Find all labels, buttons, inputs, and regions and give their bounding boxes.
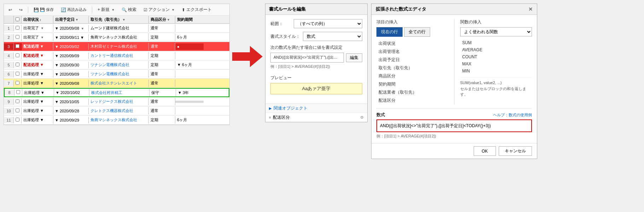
cell-status: 配送処理 ▼ xyxy=(22,52,53,59)
cell-check[interactable] xyxy=(14,117,22,124)
func-item-sum[interactable]: SUM xyxy=(460,39,532,46)
date-dropdown-icon[interactable]: ▼ xyxy=(81,27,84,30)
cell-check[interactable] xyxy=(14,98,22,105)
header-date[interactable]: 出荷予定日▼ xyxy=(53,16,89,23)
edit-button[interactable]: 編集 xyxy=(346,53,362,62)
field-item[interactable]: 取引先（取引先） xyxy=(376,64,449,72)
cell-status: 出庫処理 ▼ xyxy=(22,107,53,114)
cell-contract: 6ヶ月 xyxy=(175,116,204,124)
cell-num: 1 xyxy=(4,25,14,31)
field-item[interactable]: 配送区分 xyxy=(376,96,449,105)
new-button[interactable]: + 新規 ▼ xyxy=(96,6,116,13)
client-link[interactable]: レッドジークス株式会社 xyxy=(90,99,133,104)
header-status[interactable]: 出荷状況↕ xyxy=(22,16,53,23)
formula-input[interactable] xyxy=(376,119,532,132)
cell-client: カントリー通信株式会社 xyxy=(89,52,149,59)
header-check[interactable] xyxy=(14,16,22,23)
func-item-min[interactable]: MIN xyxy=(460,67,532,75)
row-dropdown-icon[interactable]: ▼ xyxy=(40,108,44,113)
sort-icon-status: ↕ xyxy=(40,18,41,22)
cell-contract: ▼ 6ヶ月 xyxy=(175,61,204,69)
client-link[interactable]: 株式会社村井精工 xyxy=(91,90,122,95)
cell-date: ▼ 2020/09/08 xyxy=(53,80,89,87)
header-cat[interactable]: 商品区分▼ xyxy=(149,16,175,23)
func-item-average[interactable]: AVERAGE xyxy=(460,46,532,53)
field-item[interactable]: 配送業者（取引先） xyxy=(376,88,449,96)
table-row: 6 出庫処理 ▼ ▼ 2020/09/09 ツナシン電機株式会社 通常 xyxy=(4,70,229,79)
table-row: 9 出庫処理 ▼ ▼ 2020/10/05 レッドジークス株式会社 通常 xyxy=(4,97,229,106)
delivery-field-label: 配送区分 xyxy=(273,114,290,120)
cell-num: 4 xyxy=(4,53,14,59)
row-dropdown-icon[interactable]: ▼ xyxy=(41,90,45,95)
tab-all-rows[interactable]: 全ての行 xyxy=(404,27,430,37)
field-item[interactable]: 出荷管理名 xyxy=(376,48,449,56)
field-icon: ≡ xyxy=(269,116,271,119)
func-item-count[interactable]: COUNT xyxy=(460,53,532,60)
cell-check[interactable] xyxy=(14,89,22,96)
client-link[interactable]: カントリー通信株式会社 xyxy=(90,53,133,58)
field-item[interactable]: 商品区分 xyxy=(376,72,449,80)
cell-check[interactable] xyxy=(14,107,22,114)
tab-current-row[interactable]: 現在の行 xyxy=(376,27,403,37)
client-link[interactable]: クレトクス機器株式会社 xyxy=(90,108,133,113)
row-dropdown-icon[interactable]: ▼ xyxy=(40,99,44,104)
cell-status: 出荷完了 ▼ xyxy=(22,24,53,32)
cell-check[interactable] xyxy=(14,34,22,41)
row-dropdown-icon[interactable]: ▼ xyxy=(40,118,44,122)
field-item[interactable]: 出荷予定日 xyxy=(376,56,449,64)
row-dropdown-icon[interactable]: ▼ xyxy=(41,36,44,39)
field-item[interactable]: 契約期間 xyxy=(376,80,449,88)
row-dropdown-icon[interactable]: ▼ xyxy=(40,44,44,48)
cell-check[interactable] xyxy=(14,71,22,78)
formula-hint: 例：[項目1] > AVERAGE(#[項目2]) xyxy=(270,64,362,69)
cell-check[interactable] xyxy=(14,61,22,69)
row-dropdown-icon[interactable]: ▼ xyxy=(40,53,44,58)
cell-num: 10 xyxy=(4,108,14,114)
cell-check[interactable] xyxy=(14,43,22,50)
row-dropdown-icon[interactable]: ▼ xyxy=(40,63,44,67)
ok-button[interactable]: OK xyxy=(474,146,496,156)
cell-status: 配送処理 ▼ xyxy=(22,43,53,50)
cell-check[interactable] xyxy=(14,80,22,87)
table-row: 4 配送処理 ▼ ▼ 2020/09/09 カントリー通信株式会社 定期 xyxy=(4,51,229,60)
reload-button[interactable]: 🔄 再読み込み xyxy=(59,6,88,13)
search-button[interactable]: 🔍 検索 xyxy=(120,6,138,13)
cancel-button[interactable]: キャンセル xyxy=(499,146,532,156)
cell-check[interactable] xyxy=(14,52,22,59)
cell-check[interactable] xyxy=(14,25,22,32)
close-button[interactable]: ✕ xyxy=(528,6,533,12)
action-button[interactable]: ☑ アクション ▼ xyxy=(142,6,176,13)
client-link[interactable]: ツナシン電機株式会社 xyxy=(90,72,129,76)
range-select[interactable]: （すべての列） xyxy=(294,19,362,28)
func-category-select[interactable]: よく使われる関数 xyxy=(460,27,532,36)
client-link[interactable]: 株式会社ステンレスエイト xyxy=(90,81,137,85)
search-icon: 🔍 xyxy=(122,7,127,12)
save-button[interactable]: 💾 💾 保存 xyxy=(32,6,55,13)
table-row: 11 出庫処理 ▼ ▼ 2020/09/29 角商マシネックス株式会社 定期 6… xyxy=(4,116,229,125)
func-item-max[interactable]: MAX xyxy=(460,60,532,67)
toolbar-separator-1 xyxy=(28,7,28,13)
formula-editor-title: 拡張された数式エディタ xyxy=(376,6,426,12)
row-dropdown-icon[interactable]: ▼ xyxy=(40,81,44,85)
fe-columns: 項目の挿入 現在の行 全ての行 出荷状況 出荷管理名 出荷予定日 取引先（取引先… xyxy=(376,19,532,105)
date-dropdown-icon[interactable]: ▼ xyxy=(80,35,84,40)
style-select[interactable]: 数式 xyxy=(303,32,362,41)
cell-contract: ● xyxy=(175,43,204,50)
cell-status: 出庫処理 ▼ xyxy=(22,116,53,124)
undo-button[interactable]: ↩ xyxy=(7,7,14,13)
header-client[interactable]: 取引先（取引先）▼ xyxy=(89,16,149,23)
row-dropdown-icon[interactable]: ▼ xyxy=(41,26,44,30)
export-button[interactable]: ⬆ エクスポート xyxy=(180,6,213,13)
redo-button[interactable]: ↪ xyxy=(17,7,24,13)
filter-icon-cat: ▼ xyxy=(167,18,170,22)
header-contract[interactable]: 契約期間 xyxy=(175,16,204,23)
client-link[interactable]: 角商マシネックス株式会社 xyxy=(90,118,137,122)
settings-icon[interactable]: ⚙ xyxy=(360,115,364,120)
save-icon: 💾 xyxy=(34,7,39,12)
formula-help-link[interactable]: ヘルプ：数式の使用例 xyxy=(493,112,532,118)
client-link[interactable]: ツナシン電機株式会社 xyxy=(90,63,129,67)
cell-client: 株式会社ステンレスエイト xyxy=(89,80,149,87)
field-item[interactable]: 出荷状況 xyxy=(376,40,449,48)
related-objects-bar[interactable]: ▶ 関連オブジェクト xyxy=(265,104,367,113)
row-dropdown-icon[interactable]: ▼ xyxy=(40,72,44,76)
